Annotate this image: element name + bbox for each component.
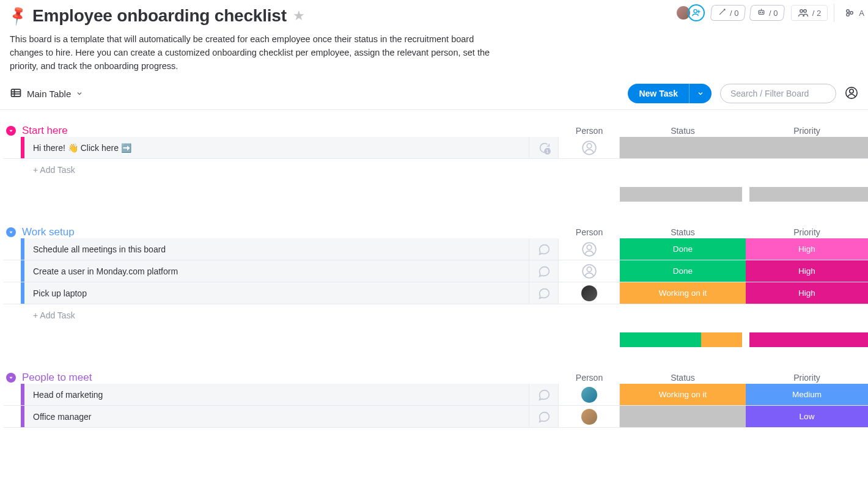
column-header-person[interactable]: Person <box>559 373 620 383</box>
priority-cell[interactable]: Medium <box>746 384 868 405</box>
task-name[interactable]: Pick up laptop <box>24 282 529 304</box>
wand-icon <box>718 7 727 18</box>
person-cell[interactable] <box>559 260 620 282</box>
svg-marker-20 <box>10 130 13 132</box>
more-actions[interactable]: A <box>840 6 868 20</box>
priority-cell[interactable]: Low <box>746 406 868 427</box>
search-input[interactable] <box>720 84 836 103</box>
task-name[interactable]: Create a user in Monday.com platform <box>24 260 529 282</box>
person-avatar[interactable] <box>581 387 597 403</box>
pin-icon: 📌 <box>7 5 29 28</box>
board-subscribers[interactable] <box>679 4 705 21</box>
group-collapse-toggle[interactable] <box>4 373 18 383</box>
integrations-indicator[interactable]: / 0 <box>749 5 785 21</box>
people-icon <box>798 7 809 18</box>
board-description[interactable]: This board is a template that will autom… <box>10 33 499 73</box>
svg-point-19 <box>850 89 853 93</box>
task-name[interactable]: Office manager <box>24 406 529 427</box>
add-task-button[interactable]: + Add Task <box>24 165 868 175</box>
column-header-priority[interactable]: Priority <box>746 373 868 383</box>
status-cell[interactable]: Working on it <box>620 384 746 405</box>
svg-point-0 <box>694 10 697 13</box>
status-summary <box>620 187 742 202</box>
priority-cell[interactable] <box>746 137 868 158</box>
svg-point-24 <box>587 144 592 148</box>
add-task-button[interactable]: + Add Task <box>24 310 868 320</box>
svg-rect-14 <box>12 89 21 97</box>
svg-marker-30 <box>10 377 13 379</box>
svg-line-13 <box>850 13 851 15</box>
svg-point-11 <box>847 13 850 16</box>
svg-line-12 <box>850 12 851 13</box>
group-collapse-toggle[interactable] <box>4 227 18 237</box>
column-header-person[interactable]: Person <box>559 227 620 237</box>
task-name[interactable]: Head of marketing <box>24 384 529 405</box>
chevron-down-icon <box>76 89 83 99</box>
svg-point-8 <box>804 10 807 13</box>
person-cell[interactable] <box>559 137 620 158</box>
task-row[interactable]: Office manager Low <box>4 406 868 428</box>
task-conversation-icon[interactable] <box>529 282 559 304</box>
person-avatar[interactable] <box>581 409 597 425</box>
person-cell[interactable] <box>559 238 620 260</box>
status-cell[interactable]: Working on it <box>620 282 746 304</box>
task-row[interactable]: Pick up laptop Working on it High <box>4 282 868 304</box>
task-name[interactable]: Schedule all meetings in this board <box>24 238 529 260</box>
person-cell[interactable] <box>559 406 620 427</box>
svg-text:1: 1 <box>546 148 548 154</box>
task-name[interactable]: Hi there! 👋 Click here ➡️ <box>24 137 529 158</box>
table-icon <box>10 87 22 101</box>
task-row[interactable]: Head of marketing Working on it Medium <box>4 384 868 406</box>
priority-summary <box>749 332 868 347</box>
group-title[interactable]: Start here <box>22 125 68 137</box>
person-cell[interactable] <box>559 384 620 405</box>
group-title[interactable]: People to meet <box>22 372 92 384</box>
svg-point-4 <box>760 12 760 13</box>
group-collapse-toggle[interactable] <box>4 126 18 136</box>
task-row[interactable]: Hi there! 👋 Click here ➡️ 1 <box>4 137 868 159</box>
task-conversation-icon[interactable] <box>529 384 559 405</box>
column-header-priority[interactable]: Priority <box>746 126 868 136</box>
task-conversation-icon[interactable] <box>529 238 559 260</box>
task-conversation-icon[interactable] <box>529 406 559 427</box>
status-summary <box>620 332 742 347</box>
person-avatar[interactable] <box>581 285 597 301</box>
board-title[interactable]: Employee onboarding checklist <box>32 6 287 26</box>
plugins-icon <box>844 7 855 18</box>
svg-point-7 <box>800 10 803 13</box>
view-selector[interactable]: Main Table <box>10 87 83 101</box>
svg-point-29 <box>587 267 592 272</box>
automations-indicator[interactable]: / 0 <box>710 5 746 21</box>
svg-point-9 <box>847 10 850 13</box>
add-subscriber-icon[interactable] <box>688 4 705 21</box>
column-header-priority[interactable]: Priority <box>746 227 868 237</box>
priority-cell[interactable]: High <box>746 260 868 282</box>
favorite-star-icon[interactable]: ★ <box>293 8 305 24</box>
svg-marker-25 <box>10 232 13 233</box>
svg-point-10 <box>850 12 853 15</box>
task-row[interactable]: Schedule all meetings in this board Done… <box>4 238 868 260</box>
person-cell[interactable] <box>559 282 620 304</box>
column-header-person[interactable]: Person <box>559 126 620 136</box>
status-cell[interactable]: Done <box>620 238 746 260</box>
new-task-button[interactable]: New Task <box>628 84 712 103</box>
column-header-status[interactable]: Status <box>620 373 746 383</box>
svg-point-5 <box>762 12 763 13</box>
group-title[interactable]: Work setup <box>22 226 75 238</box>
column-header-status[interactable]: Status <box>620 227 746 237</box>
status-cell[interactable] <box>620 406 746 427</box>
priority-cell[interactable]: High <box>746 238 868 260</box>
task-conversation-icon[interactable]: 1 <box>529 137 559 158</box>
column-header-status[interactable]: Status <box>620 126 746 136</box>
priority-cell[interactable]: High <box>746 282 868 304</box>
svg-point-27 <box>587 245 592 250</box>
status-cell[interactable] <box>620 137 746 158</box>
status-cell[interactable]: Done <box>620 260 746 282</box>
members-indicator[interactable]: / 2 <box>791 5 828 21</box>
task-row[interactable]: Create a user in Monday.com platform Don… <box>4 260 868 282</box>
priority-summary <box>749 187 868 202</box>
person-filter-icon[interactable] <box>845 86 858 101</box>
task-conversation-icon[interactable] <box>529 260 559 282</box>
new-task-dropdown[interactable] <box>689 84 712 103</box>
robot-icon <box>757 7 766 18</box>
